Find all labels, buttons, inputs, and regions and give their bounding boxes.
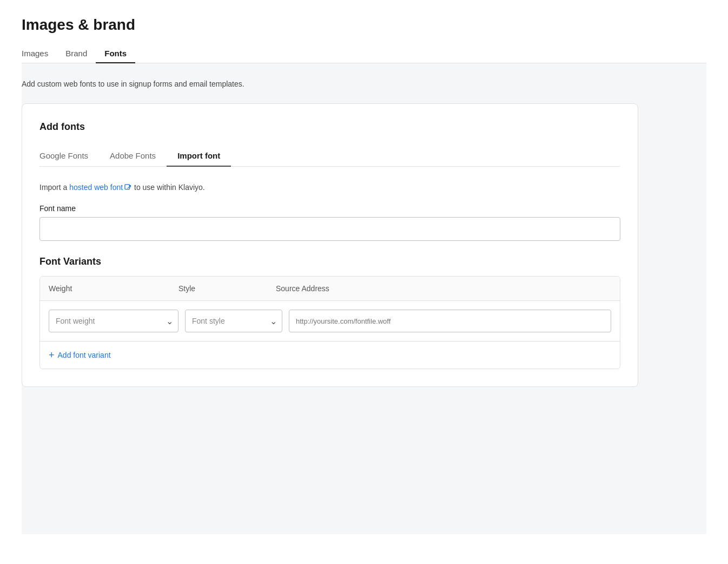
add-font-variant-button[interactable]: + Add font variant — [49, 350, 111, 360]
top-tabs: Images Brand Fonts — [22, 44, 706, 63]
font-name-input[interactable] — [39, 217, 620, 241]
card-title: Add fonts — [39, 121, 620, 133]
variants-table-header: Weight Style Source Address — [40, 277, 620, 301]
source-address-input[interactable] — [289, 310, 611, 332]
tab-fonts[interactable]: Fonts — [96, 44, 135, 63]
font-variants-title: Font Variants — [39, 256, 620, 267]
content-area: Add custom web fonts to use in signup fo… — [22, 63, 706, 534]
tab-adobe-fonts[interactable]: Adobe Fonts — [99, 146, 167, 167]
font-style-select[interactable]: Font style Normal Italic — [185, 310, 282, 332]
hosted-web-font-link[interactable]: hosted web font — [69, 183, 132, 192]
tab-import-font[interactable]: Import font — [167, 146, 231, 167]
plus-icon: + — [49, 350, 55, 360]
tab-brand[interactable]: Brand — [57, 44, 96, 63]
font-weight-wrapper: Font weight 100 - Thin 200 - Extra Light… — [49, 310, 178, 332]
header-style: Style — [178, 284, 276, 293]
font-name-label: Font name — [39, 204, 620, 213]
external-link-icon — [124, 184, 132, 192]
tab-google-fonts[interactable]: Google Fonts — [39, 146, 99, 167]
tab-images[interactable]: Images — [22, 44, 57, 63]
inner-tabs: Google Fonts Adobe Fonts Import font — [39, 146, 620, 167]
variants-table: Weight Style Source Address Font weight … — [39, 276, 620, 369]
import-description: Import a hosted web font to use within K… — [39, 182, 620, 193]
page-title: Images & brand — [22, 16, 706, 34]
variant-row: Font weight 100 - Thin 200 - Extra Light… — [40, 301, 620, 342]
font-variants-section: Font Variants Weight Style Source Addres… — [39, 256, 620, 369]
header-source-address: Source Address — [276, 284, 611, 293]
font-weight-select[interactable]: Font weight 100 - Thin 200 - Extra Light… — [49, 310, 178, 332]
add-fonts-card: Add fonts Google Fonts Adobe Fonts Impor… — [22, 103, 638, 387]
add-variant-row: + Add font variant — [40, 342, 620, 369]
header-weight: Weight — [49, 284, 178, 293]
font-style-wrapper: Font style Normal Italic ⌄ — [185, 310, 282, 332]
font-name-group: Font name — [39, 204, 620, 241]
page-description: Add custom web fonts to use in signup fo… — [22, 80, 706, 88]
add-font-variant-label: Add font variant — [58, 351, 111, 359]
